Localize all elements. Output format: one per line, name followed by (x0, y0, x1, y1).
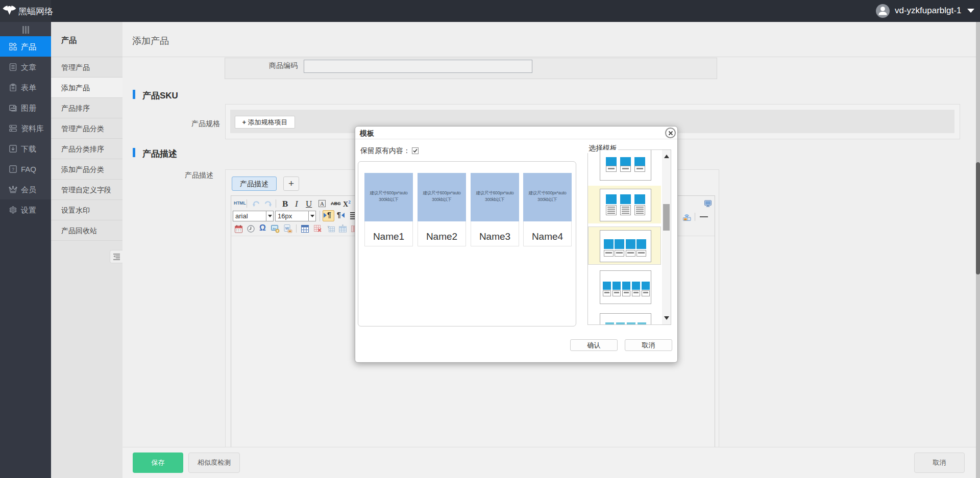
svg-text:?: ? (12, 167, 14, 172)
